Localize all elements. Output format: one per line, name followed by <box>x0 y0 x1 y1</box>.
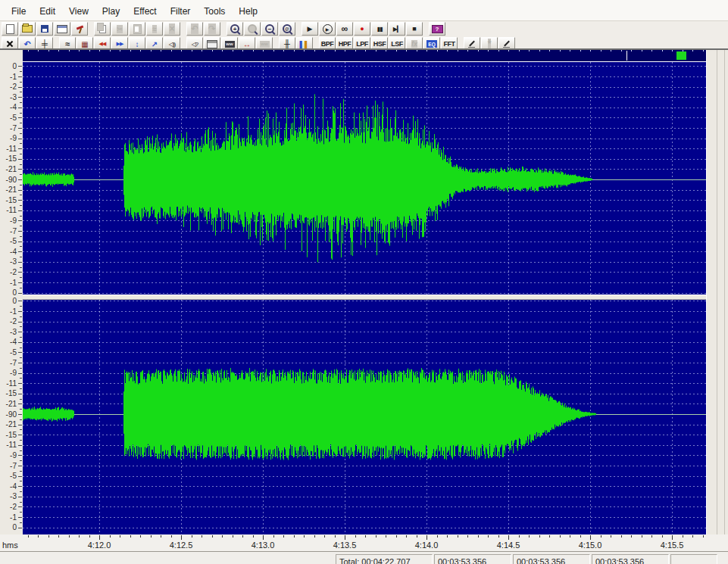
overview-tick <box>38 50 39 51</box>
overview-tick <box>304 50 305 51</box>
db-minor-tick <box>20 205 22 206</box>
menu-effect[interactable]: Effect <box>127 4 163 20</box>
mix-icon[interactable]: ≈ <box>146 22 163 36</box>
db-tick <box>18 373 22 374</box>
time-minor-tick <box>570 535 570 538</box>
overview-tick <box>324 50 325 51</box>
loop-icon[interactable]: ∞ <box>336 22 353 36</box>
overview-tick <box>294 50 295 51</box>
fast-forward-icon[interactable]: ▶▎ <box>389 22 405 36</box>
db-minor-tick <box>20 216 22 217</box>
channel-separator[interactable] <box>23 294 706 300</box>
zoom-selection-icon[interactable] <box>244 22 261 36</box>
overview-tick <box>437 50 438 51</box>
db-tick <box>18 435 22 435</box>
help-icon[interactable]: ? <box>429 22 445 36</box>
db-label: -7 <box>10 124 17 132</box>
menu-tools[interactable]: Tools <box>197 4 232 20</box>
time-label: 4:13.0 <box>252 541 275 550</box>
db-tick <box>18 272 22 273</box>
overview-tick <box>79 50 80 51</box>
setup-tool-icon[interactable] <box>71 22 88 36</box>
db-minor-tick <box>20 143 22 144</box>
time-minor-tick <box>294 535 295 538</box>
db-label: -11 <box>6 145 17 153</box>
menu-play[interactable]: Play <box>95 4 127 20</box>
db-label: 0 <box>12 297 17 305</box>
overview-view-region[interactable] <box>676 51 686 60</box>
menu-bar: FileEditViewPlayEffectFilterToolsHelp <box>0 0 728 20</box>
play-icon[interactable]: ▶ <box>302 22 318 36</box>
overview-tick <box>683 50 683 51</box>
menu-help[interactable]: Help <box>232 4 264 20</box>
db-tick <box>18 128 22 129</box>
overview-tick <box>417 50 417 51</box>
paste-icon[interactable] <box>129 22 145 36</box>
db-tick <box>18 445 22 446</box>
time-minor-tick <box>458 535 458 538</box>
db-label: -9 <box>10 451 17 460</box>
overview-tick <box>171 50 172 51</box>
overview-tick <box>621 50 622 51</box>
db-tick <box>18 301 22 301</box>
time-minor-tick <box>242 535 243 538</box>
time-minor-tick <box>549 535 550 538</box>
overview-tick <box>89 50 90 51</box>
db-minor-tick <box>20 481 22 481</box>
db-minor-tick <box>20 246 22 247</box>
zoom-in-icon[interactable]: + <box>227 22 243 36</box>
delete-icon[interactable]: × <box>164 22 180 36</box>
time-minor-tick <box>151 535 152 538</box>
overview-tick <box>253 50 254 51</box>
zoom-all-icon[interactable]: @ <box>279 22 295 36</box>
play-all-icon[interactable]: ▶ <box>319 22 336 36</box>
open-file-icon[interactable] <box>19 22 36 36</box>
stop-icon[interactable]: ■ <box>406 22 423 36</box>
time-minor-tick <box>324 535 325 538</box>
redo-icon[interactable]: ↷ <box>204 22 220 36</box>
time-minor-tick <box>130 535 131 538</box>
file-properties-icon[interactable] <box>54 22 70 36</box>
overview-tick <box>539 50 540 51</box>
db-label: -15 <box>6 196 17 204</box>
time-minor-tick <box>192 535 192 538</box>
db-label: -15 <box>6 154 17 163</box>
time-major-tick <box>345 535 345 540</box>
undo-icon[interactable]: ↶ <box>186 22 203 36</box>
db-minor-tick <box>20 267 22 268</box>
left-channel-waveform[interactable] <box>23 62 706 294</box>
db-minor-tick <box>20 226 22 226</box>
time-ruler[interactable]: hms 4:12.04:12.54:13.04:13.54:14.04:14.5… <box>0 534 728 551</box>
db-minor-tick <box>20 123 22 123</box>
time-minor-tick <box>304 535 305 538</box>
menu-filter[interactable]: Filter <box>164 4 198 20</box>
time-minor-tick <box>335 535 336 538</box>
db-minor-tick <box>20 113 22 114</box>
overview-tick <box>140 50 141 51</box>
overview-tick <box>263 50 264 51</box>
zoom-out-icon[interactable]: − <box>261 22 278 36</box>
copy-icon[interactable] <box>94 22 111 36</box>
db-label: -11 <box>6 379 17 388</box>
right-channel-waveform[interactable] <box>23 300 706 534</box>
cut-icon[interactable]: ✂ <box>111 22 128 36</box>
db-tick <box>18 293 22 294</box>
save-file-icon[interactable] <box>36 22 53 36</box>
menu-edit[interactable]: Edit <box>33 4 62 20</box>
db-minor-tick <box>20 185 22 185</box>
db-label: -2 <box>10 317 17 326</box>
time-major-tick <box>590 535 591 540</box>
overview-tick <box>611 50 611 51</box>
overview-position-marker[interactable] <box>626 51 627 61</box>
db-tick <box>18 352 22 353</box>
pause-icon[interactable]: ▮▮ <box>371 22 388 36</box>
db-tick <box>18 108 22 108</box>
menu-view[interactable]: View <box>62 4 95 20</box>
file-overview-strip[interactable] <box>23 50 706 61</box>
record-icon[interactable]: ● <box>354 22 370 36</box>
time-minor-tick <box>631 535 632 538</box>
db-tick <box>18 220 22 221</box>
db-minor-tick <box>20 440 22 441</box>
menu-file[interactable]: File <box>5 4 33 20</box>
new-file-icon[interactable] <box>2 22 18 36</box>
